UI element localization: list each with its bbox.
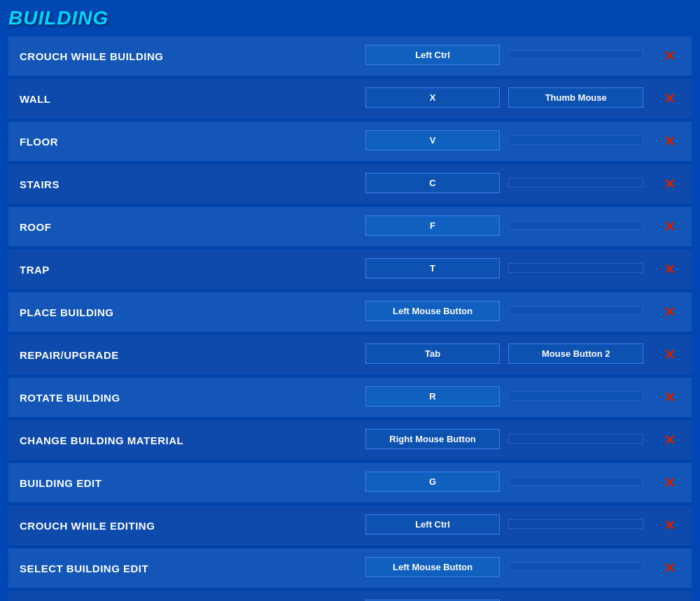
primary-key-cell: Left Mouse Button	[361, 292, 505, 332]
row-divider	[8, 120, 692, 120]
secondary-key-empty[interactable]	[508, 434, 643, 444]
secondary-key-empty[interactable]	[508, 50, 643, 59]
action-label: WALL	[8, 79, 361, 118]
clear-keybind-button[interactable]: ✕	[664, 133, 676, 150]
primary-key-cell: F	[361, 207, 505, 246]
table-row: BUILDING EDITG ✕	[8, 463, 692, 502]
table-row: STAIRSC ✕	[8, 164, 692, 204]
primary-key-button[interactable]: Right Mouse Button	[365, 429, 500, 449]
secondary-key-empty[interactable]	[508, 306, 643, 316]
row-divider	[8, 290, 692, 291]
table-row: PLACE BUILDINGLeft Mouse Button ✕	[8, 292, 692, 332]
primary-key-cell: R	[361, 378, 505, 417]
secondary-key-cell	[504, 207, 648, 246]
primary-key-cell: G	[361, 463, 505, 502]
clear-keybind-button[interactable]: ✕	[664, 261, 676, 278]
delete-cell: ✕	[648, 122, 692, 161]
row-divider	[8, 333, 692, 334]
action-label: STAIRS	[8, 164, 361, 204]
secondary-key-cell	[504, 506, 648, 545]
delete-cell: ✕	[648, 36, 692, 76]
row-divider	[8, 248, 692, 248]
clear-keybind-button[interactable]: ✕	[664, 176, 676, 192]
primary-key-button[interactable]: R	[365, 386, 500, 406]
secondary-key-empty[interactable]	[508, 220, 643, 230]
table-row: TRAPT ✕	[8, 250, 692, 289]
table-row: WALLXThumb Mouse✕	[8, 79, 692, 118]
primary-key-button[interactable]: Left Mouse Button	[365, 557, 500, 577]
primary-key-cell: Left Mouse Button	[361, 549, 505, 588]
table-row: RESET BUILDING EDITRight Mouse Button ✕	[8, 591, 692, 601]
primary-key-button[interactable]: Left Ctrl	[365, 45, 500, 65]
clear-keybind-button[interactable]: ✕	[664, 48, 676, 64]
row-divider	[8, 205, 692, 206]
primary-key-button[interactable]: F	[365, 215, 500, 236]
secondary-key-empty[interactable]	[508, 391, 643, 401]
secondary-key-empty[interactable]	[508, 519, 643, 529]
primary-key-button[interactable]: X	[365, 87, 500, 108]
primary-key-button[interactable]: G	[365, 472, 500, 492]
keybind-table: CROUCH WHILE BUILDINGLeft Ctrl ✕WALLXThu…	[8, 35, 692, 601]
primary-key-button[interactable]: C	[365, 173, 500, 193]
secondary-key-empty[interactable]	[508, 135, 643, 145]
action-label: SELECT BUILDING EDIT	[8, 549, 361, 588]
clear-keybind-button[interactable]: ✕	[664, 218, 676, 235]
primary-key-cell: T	[361, 250, 505, 289]
table-row: SELECT BUILDING EDITLeft Mouse Button ✕	[8, 549, 692, 588]
delete-cell: ✕	[648, 292, 692, 332]
delete-cell: ✕	[648, 207, 692, 246]
action-label: CROUCH WHILE EDITING	[8, 506, 361, 545]
delete-cell: ✕	[648, 591, 692, 601]
secondary-key-cell: Thumb Mouse	[504, 79, 648, 118]
primary-key-button[interactable]: Left Ctrl	[365, 514, 500, 535]
clear-keybind-button[interactable]: ✕	[664, 304, 676, 320]
primary-key-button[interactable]: V	[365, 130, 500, 150]
secondary-key-empty[interactable]	[508, 562, 643, 572]
primary-key-cell: Left Ctrl	[361, 36, 505, 76]
action-label: ROTATE BUILDING	[8, 378, 361, 417]
primary-key-button[interactable]: Tab	[365, 344, 500, 364]
secondary-key-empty[interactable]	[508, 263, 643, 273]
row-divider	[8, 418, 692, 419]
clear-keybind-button[interactable]: ✕	[664, 346, 676, 363]
secondary-key-cell	[504, 549, 648, 588]
secondary-key-button[interactable]: Mouse Button 2	[508, 344, 643, 364]
row-divider	[8, 77, 692, 78]
secondary-key-cell	[504, 463, 648, 502]
delete-cell: ✕	[648, 463, 692, 502]
secondary-key-button[interactable]: Thumb Mouse	[508, 87, 643, 108]
secondary-key-cell	[504, 591, 648, 601]
section-title: BUILDING	[8, 7, 692, 29]
primary-key-cell: Right Mouse Button	[361, 420, 505, 460]
primary-key-cell: V	[361, 122, 505, 161]
primary-key-cell: C	[361, 164, 505, 204]
primary-key-button[interactable]: Left Mouse Button	[365, 301, 500, 321]
table-row: REPAIR/UPGRADETabMouse Button 2✕	[8, 335, 692, 374]
delete-cell: ✕	[648, 335, 692, 374]
secondary-key-cell	[504, 164, 648, 204]
row-divider	[8, 504, 692, 504]
secondary-key-empty[interactable]	[508, 476, 643, 486]
action-label: PLACE BUILDING	[8, 292, 361, 332]
secondary-key-empty[interactable]	[508, 178, 643, 188]
row-divider	[8, 162, 692, 163]
primary-key-button[interactable]: T	[365, 258, 500, 278]
clear-keybind-button[interactable]: ✕	[664, 474, 676, 491]
clear-keybind-button[interactable]: ✕	[664, 389, 676, 406]
secondary-key-cell: Mouse Button 2	[504, 335, 648, 374]
action-label: CROUCH WHILE BUILDING	[8, 36, 361, 76]
row-divider	[8, 546, 692, 547]
row-divider	[8, 589, 692, 590]
clear-keybind-button[interactable]: ✕	[664, 90, 676, 107]
table-row: ROTATE BUILDINGR ✕	[8, 378, 692, 417]
action-label: BUILDING EDIT	[8, 463, 361, 502]
secondary-key-cell	[504, 292, 648, 332]
primary-key-cell: X	[361, 79, 505, 118]
clear-keybind-button[interactable]: ✕	[664, 432, 676, 448]
action-label: FLOOR	[8, 122, 361, 161]
clear-keybind-button[interactable]: ✕	[664, 517, 676, 534]
clear-keybind-button[interactable]: ✕	[664, 560, 676, 577]
action-label: TRAP	[8, 250, 361, 289]
delete-cell: ✕	[648, 420, 692, 460]
table-row: ROOFF ✕	[8, 207, 692, 246]
